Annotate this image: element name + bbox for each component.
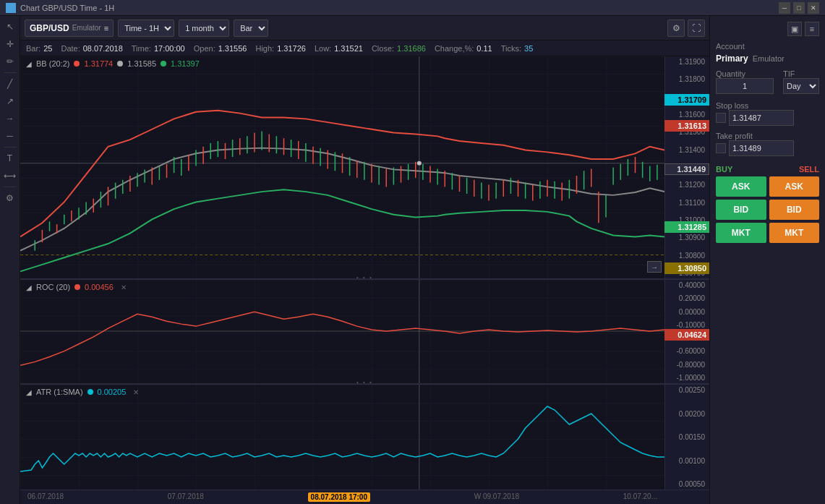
buy-mkt-button[interactable]: MKT [716,223,766,243]
stop-loss-row [716,110,819,126]
buy-header-label: BUY [716,165,732,174]
atr-value: 0.00205 [98,388,127,396]
buy-bid-button[interactable]: BID [716,200,766,220]
svg-point-91 [417,161,422,166]
bb-dot-2 [117,61,123,67]
scroll-right-button[interactable]: → [647,261,662,273]
price-9: 1.31100 [667,199,708,207]
sell-ask-button[interactable]: ASK [769,176,820,197]
ohlc-open: Open: 1.31556 [194,44,247,53]
ohlc-low: Low: 1.31521 [315,44,363,53]
settings-tool[interactable]: ⚙ [2,190,18,206]
atr-chart-svg [20,385,664,490]
panel-icon-2[interactable]: ≡ [805,22,819,36]
line-tool[interactable]: ╱ [2,76,18,92]
svg-rect-97 [20,385,664,490]
position-price-badge: 1.31449 [664,163,709,175]
crosshair-tool[interactable]: ✛ [2,36,18,52]
sell-mkt-button[interactable]: MKT [769,223,820,243]
buy-sell-header: BUY SELL [716,165,819,174]
atr-icon: ◢ [26,388,32,396]
panel-icon-1[interactable]: ▣ [787,22,802,36]
measure-tool[interactable]: ⟷ [2,168,18,184]
top-bar-icons: ⚙ ⛶ [667,20,705,37]
time-labels: 06.07.2018 07.07.2018 08.07.2018 17:00 W… [20,492,664,502]
horizontal-line-tool[interactable]: ─ [2,128,18,144]
maximize-button[interactable]: □ [793,2,805,14]
sell-bid-button[interactable]: BID [769,200,820,220]
roc-chart-svg [20,280,664,383]
ask-row: ASK ASK [716,176,819,197]
time-label-4: W 09.07.2018 [474,492,519,502]
account-type: Emulator [753,54,785,63]
stop-loss-input[interactable] [729,110,794,126]
main-chart-svg [20,56,664,278]
ohlc-change: Change,%: 0.11 [435,44,492,53]
bb-val-3: 1.31397 [171,59,200,68]
quantity-input[interactable] [716,78,774,94]
atr-label: ◢ ATR (1:SMA) 0.00205 ✕ [26,388,139,396]
timeframe-select[interactable]: Time - 1H [118,20,174,37]
stop-loss-label: Stop loss [716,101,819,110]
roc-value: 0.00456 [85,283,114,291]
window-title: Chart GBP/USD Time - 1H [20,4,779,12]
buy-ask-button[interactable]: ASK [716,176,766,197]
roc-label: ◢ ROC (20) 0.00456 ✕ [26,283,127,291]
buy-sell-section: BUY SELL ASK ASK BID BID MKT MKT [716,165,819,246]
roc-close-button[interactable]: ✕ [121,283,127,291]
chart-fullscreen-button[interactable]: ⛶ [688,20,705,37]
mkt-row: MKT MKT [716,223,819,243]
take-profit-checkbox[interactable] [716,143,726,153]
main-chart-panel[interactable]: AUTO ◢ BB (20:2) 1.31774 1.31585 1.31397 [20,56,709,280]
trend-line-tool[interactable]: ↗ [2,93,18,109]
account-row: Primary Emulator [716,54,819,64]
atr-price-axis: 0.00250 0.00200 0.00150 0.00100 0.00050 [664,385,709,490]
quantity-row: Quantity TIF Day GTC IOC [716,69,819,94]
top-bar: GBP/USD Emulator ≡ Time - 1H 1 month Bar… [20,16,709,40]
take-profit-row [716,140,819,156]
ohlc-close: Close: 1.31686 [372,44,426,53]
instrument-sub: Emulator [72,24,101,32]
stop-loss-checkbox[interactable] [716,113,726,123]
ohlc-time: Time: 17:00:00 [132,44,185,53]
period-select[interactable]: 1 month [179,20,229,37]
left-toolbar: ↖ ✛ ✏ ╱ ↗ → ─ T ⟷ ⚙ [0,16,20,504]
take-profit-section: Take profit [716,132,819,159]
ray-tool[interactable]: → [2,111,18,127]
roc-current-badge: 0.04624 [664,329,709,341]
roc-dot [74,284,80,290]
chart-area: GBP/USD Emulator ≡ Time - 1H 1 month Bar… [20,16,709,504]
bid-row: BID BID [716,200,819,220]
ohlc-date: Date: 08.07.2018 [61,44,122,53]
current-price-badge: 1.31285 [664,221,709,233]
atr-indicator-name: ATR (1:SMA) [36,388,83,396]
atr-panel[interactable]: ◢ ATR (1:SMA) 0.00205 ✕ AUTO [20,385,709,490]
bb-indicator-name: BB (20:2) [36,59,69,68]
atr-close-button[interactable]: ✕ [133,388,139,396]
bb-dot-3 [161,61,166,67]
right-panel: ▣ ≡ Account Primary Emulator Quantity TI… [709,16,825,504]
chart-settings-button[interactable]: ⚙ [667,20,685,37]
pencil-tool[interactable]: ✏ [2,54,18,69]
account-section-label: Account [716,42,819,51]
pivot-price-badge: 1.30850 [664,262,709,274]
window-controls: ─ □ ✕ [779,2,819,14]
roc-panel[interactable]: ◢ ROC (20) 0.00456 ✕ AUTO [20,280,709,385]
roc-resize-handle[interactable]: • • • [20,380,709,383]
time-label-5: 10.07.20... [623,492,657,502]
time-label-1: 06.07.2018 [27,492,64,502]
minimize-button[interactable]: ─ [779,2,790,14]
chart-type-select[interactable]: Bar [234,20,268,37]
take-profit-input[interactable] [729,140,794,156]
stop-loss-section: Stop loss [716,101,819,129]
main-chart-resize-handle[interactable]: • • • [20,276,709,278]
close-button[interactable]: ✕ [808,2,819,14]
ohlc-bar-num: Bar: 25 [26,44,52,53]
cursor-tool[interactable]: ↖ [2,19,18,35]
instrument-name: GBP/USD [30,23,69,33]
tif-select[interactable]: Day GTC IOC [783,78,819,94]
price-4: 1.31600 [667,111,708,119]
instrument-selector[interactable]: GBP/USD Emulator ≡ [25,20,114,37]
chart-panels: AUTO ◢ BB (20:2) 1.31774 1.31585 1.31397 [20,56,709,504]
text-tool[interactable]: T [2,150,18,166]
